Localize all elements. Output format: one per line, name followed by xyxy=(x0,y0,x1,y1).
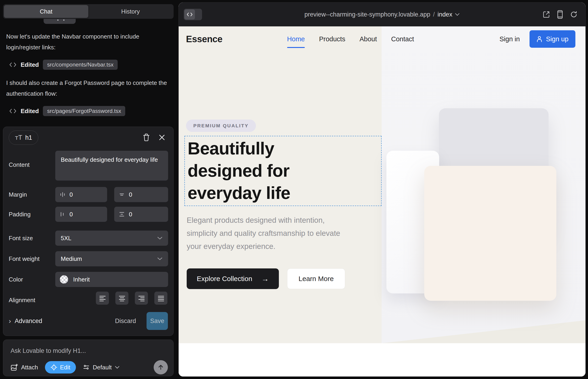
nav-link-home[interactable]: Home xyxy=(287,35,305,43)
padding-horizontal-icon xyxy=(60,211,65,217)
tab-chat[interactable]: Chat xyxy=(4,5,88,18)
edit-mode-button[interactable]: Edit xyxy=(45,361,76,374)
align-center-icon xyxy=(119,295,125,301)
target-icon xyxy=(50,364,57,371)
margin-horizontal-input[interactable]: 0 xyxy=(55,187,107,202)
content-textarea[interactable]: Beautifully designed for everyday life xyxy=(55,151,168,181)
code-icon xyxy=(9,62,16,67)
color-label: Color xyxy=(9,276,23,283)
sliders-icon xyxy=(83,364,90,371)
alignment-label: Alignment xyxy=(9,297,35,304)
color-swatch xyxy=(60,275,68,284)
refresh-icon[interactable] xyxy=(570,11,578,18)
edited-label: Edited xyxy=(21,61,39,68)
font-weight-select[interactable]: Medium xyxy=(55,251,168,266)
chevron-down-icon xyxy=(157,257,163,260)
url-bar[interactable]: preview--charming-site-symphony.lovable.… xyxy=(179,11,586,18)
h1-selection-outline[interactable]: Beautifully designed for everyday life xyxy=(184,136,382,206)
default-model-select[interactable]: Default xyxy=(83,364,120,371)
close-icon[interactable] xyxy=(157,132,167,142)
sign-in-link[interactable]: Sign in xyxy=(499,35,520,43)
open-external-icon[interactable] xyxy=(542,11,550,18)
tab-history[interactable]: History xyxy=(88,5,173,18)
chevron-down-icon xyxy=(455,13,460,16)
url-separator: / xyxy=(433,11,435,18)
typography-icon: ᴛT xyxy=(15,134,22,141)
hero-image-placeholder-cream xyxy=(424,166,556,301)
padding-vertical-icon xyxy=(119,211,125,217)
align-center-button[interactable] xyxy=(115,292,128,305)
edited-file-row[interactable]: Edited src/components/Navbar.tsx xyxy=(9,59,118,71)
file-badge[interactable]: src/pages/ForgotPassword.tsx xyxy=(43,106,125,116)
padding-label: Padding xyxy=(9,211,31,218)
hero-heading[interactable]: Beautifully designed for everyday life xyxy=(187,137,290,204)
attach-button[interactable]: Attach xyxy=(11,364,38,371)
align-justify-icon xyxy=(157,295,164,301)
content-label: Content xyxy=(9,161,30,168)
advanced-toggle[interactable]: › Advanced xyxy=(9,317,42,325)
site-navbar: Essence Home Products About Contact Sign… xyxy=(179,26,586,52)
chat-message: I should also create a Forgot Password p… xyxy=(6,78,169,99)
premium-quality-badge: PREMIUM QUALITY xyxy=(186,120,256,132)
align-left-button[interactable] xyxy=(96,292,109,305)
chevron-down-icon xyxy=(115,366,120,369)
margin-vertical-input[interactable]: 0 xyxy=(114,187,168,202)
lovable-sidebar: Chat History Now let's update the Navbar… xyxy=(0,0,178,379)
edited-label: Edited xyxy=(21,108,39,115)
edited-file-row[interactable]: Edited src/pages/ForgotPassword.tsx xyxy=(9,105,125,117)
diagonal-accent xyxy=(382,320,586,343)
user-icon xyxy=(536,36,542,42)
hero-art-zone xyxy=(382,26,586,343)
preview-window: preview--charming-site-symphony.lovable.… xyxy=(178,2,586,377)
chevron-down-icon xyxy=(157,237,163,240)
code-preview-toggle[interactable] xyxy=(184,9,202,20)
save-button[interactable]: Save xyxy=(147,312,168,330)
prompt-composer: Attach Edit Default xyxy=(3,340,174,376)
arrow-up-icon xyxy=(157,364,164,371)
mobile-view-icon[interactable] xyxy=(557,10,563,19)
explore-collection-button[interactable]: Explore Collection → xyxy=(187,268,279,289)
selected-element-chip[interactable]: ᴛT h1 xyxy=(9,130,38,145)
chat-message: Now let's update the Navbar component to… xyxy=(6,31,169,53)
nav-link-contact[interactable]: Contact xyxy=(391,35,414,43)
discard-button[interactable]: Discard xyxy=(115,317,136,325)
scrolled-badge-remnant xyxy=(44,18,76,24)
font-size-label: Font size xyxy=(9,235,33,242)
align-right-button[interactable] xyxy=(135,292,148,305)
site-canvas: Essence Home Products About Contact Sign… xyxy=(179,26,586,377)
align-justify-button[interactable] xyxy=(154,292,167,305)
prompt-input[interactable] xyxy=(11,345,157,356)
padding-horizontal-input[interactable]: 0 xyxy=(55,207,107,222)
chat-history-tabs: Chat History xyxy=(3,4,174,19)
preview-topbar: preview--charming-site-symphony.lovable.… xyxy=(179,2,586,26)
nav-link-products[interactable]: Products xyxy=(319,35,345,43)
padding-vertical-input[interactable]: 0 xyxy=(114,207,168,222)
url-host: preview--charming-site-symphony.lovable.… xyxy=(305,11,431,18)
learn-more-button[interactable]: Learn More xyxy=(287,268,345,289)
site-logo[interactable]: Essence xyxy=(186,34,222,44)
element-editor-panel: ᴛT h1 Content Beautifully designed for e… xyxy=(3,127,174,336)
align-right-icon xyxy=(138,295,145,301)
delete-element-button[interactable] xyxy=(141,132,151,142)
hero-description: Elegant products designed with intention… xyxy=(187,214,347,253)
align-left-icon xyxy=(99,295,106,301)
font-weight-label: Font weight xyxy=(9,255,39,262)
code-icon xyxy=(186,12,193,17)
attach-image-icon xyxy=(11,364,18,371)
arrow-right-icon: → xyxy=(262,275,269,283)
font-size-select[interactable]: 5XL xyxy=(55,231,168,246)
margin-vertical-icon xyxy=(119,191,125,198)
margin-horizontal-icon xyxy=(60,191,65,198)
sign-up-button[interactable]: Sign up xyxy=(529,30,575,48)
file-badge[interactable]: src/components/Navbar.tsx xyxy=(43,60,117,70)
chevron-right-icon: › xyxy=(9,317,11,325)
url-path: index xyxy=(438,11,452,18)
margin-label: Margin xyxy=(9,191,27,198)
send-button[interactable] xyxy=(154,360,168,374)
code-icon xyxy=(9,108,16,114)
element-tag-label: h1 xyxy=(25,134,32,141)
color-field[interactable]: Inherit xyxy=(55,272,168,287)
nav-link-about[interactable]: About xyxy=(360,35,377,43)
